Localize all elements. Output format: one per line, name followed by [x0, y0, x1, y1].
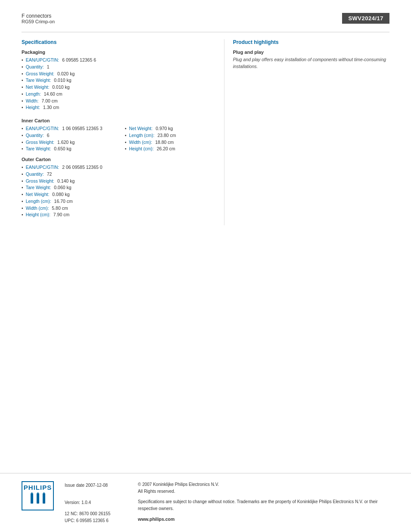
spec-value: 26.20 cm [157, 146, 175, 152]
spec-label: Length (cm): [129, 132, 155, 139]
spec-label: Quantity: [26, 171, 44, 178]
philips-logo-emblem [27, 491, 49, 508]
list-item: Net Weight: 0.080 kg [22, 191, 215, 198]
highlights-column: Product highlights Plug and play Plug an… [224, 39, 389, 225]
highlight-description: Plug and play offers easy installation o… [233, 56, 389, 70]
philips-shield-icon [27, 491, 49, 506]
nc-label: 12 NC: 8670 000 26155 [65, 510, 125, 517]
product-subtitle: RG59 Crimp-on [22, 19, 342, 24]
list-item: Length (cm): 23.80 cm [125, 132, 215, 139]
outer-carton-list: EAN/UPC/GTIN: 2 06 09585 12365 0 Quantit… [22, 164, 215, 218]
list-item: Height: 1.30 cm [22, 104, 215, 111]
inner-carton-section: Inner Carton EAN/UPC/GTIN: 1 06 09585 12… [22, 118, 215, 152]
spec-value: 72 [47, 171, 52, 178]
spec-label: Quantity: [26, 64, 44, 71]
list-item: EAN/UPC/GTIN: 2 06 09585 12365 0 [22, 164, 215, 171]
packaging-section: Packaging EAN/UPC/GTIN: 6 09585 12365 6 … [22, 50, 215, 111]
spec-value: 0.060 kg [54, 184, 71, 191]
spec-label: Length: [26, 91, 41, 98]
spec-value: 1.620 kg [57, 139, 75, 146]
spec-label: Net Weight: [129, 125, 153, 132]
highlight-title: Plug and play [233, 50, 389, 55]
spec-label: Gross Weight: [26, 71, 54, 78]
copyright-text: © 2007 Koninklijke Philips Electronics N… [138, 482, 219, 487]
product-name: F connectors [22, 13, 342, 19]
spec-label: Height (cm): [26, 212, 50, 218]
list-item: Length (cm): 16.70 cm [22, 198, 215, 205]
spec-value: 5.80 cm [52, 205, 68, 212]
spec-value: 1.30 cm [43, 104, 59, 111]
spec-label: Tare Weight: [26, 77, 51, 84]
list-item: Width (cm): 5.80 cm [22, 205, 215, 212]
spec-label: Length (cm): [26, 198, 51, 205]
outer-carton-section: Outer Carton EAN/UPC/GTIN: 2 06 09585 12… [22, 157, 215, 218]
list-item: Gross Weight: 0.140 kg [22, 178, 215, 185]
spec-label: Height (cm): [129, 146, 154, 152]
spec-label: Net Weight: [26, 84, 50, 91]
spec-label: Width: [26, 98, 39, 105]
spec-value: 1 [47, 64, 50, 71]
svg-rect-0 [31, 493, 33, 504]
spec-value: 6 [47, 132, 50, 139]
spec-value: 7.90 cm [53, 212, 69, 218]
philips-logo: PHILIPS [22, 481, 54, 510]
spec-value: 0.970 kg [156, 125, 173, 132]
spec-value: 1 06 09585 12365 3 [62, 125, 102, 132]
packaging-list: EAN/UPC/GTIN: 6 09585 12365 6 Quantity: … [22, 57, 215, 111]
list-item: Height (cm): 7.90 cm [22, 212, 215, 218]
list-item: EAN/UPC/GTIN: 6 09585 12365 6 [22, 57, 215, 64]
svg-rect-1 [37, 493, 39, 504]
philips-logo-text: PHILIPS [24, 484, 52, 491]
product-title-area: F connectors RG59 Crimp-on [22, 13, 342, 24]
svg-marker-4 [37, 492, 39, 493]
version-label: Version: 1.0.4 [65, 498, 125, 507]
spec-label: EAN/UPC/GTIN: [26, 57, 59, 64]
highlight-plug-and-play: Plug and play Plug and play offers easy … [233, 50, 389, 70]
spec-label: EAN/UPC/GTIN: [26, 125, 59, 132]
product-header: F connectors RG59 Crimp-on SWV2024/17 [22, 13, 389, 24]
issue-date-label: Issue date 2007-12-08 [65, 481, 125, 490]
spec-label: Gross Weight: [26, 178, 54, 185]
spec-value: 0.080 kg [52, 191, 69, 198]
inner-carton-right-list: Net Weight: 0.970 kg Length (cm): 23.80 … [125, 125, 215, 152]
svg-marker-5 [43, 492, 45, 493]
spec-value: 0.650 kg [54, 146, 71, 152]
spec-label: Width (cm): [129, 139, 153, 146]
spec-value: 0.010 kg [54, 77, 71, 84]
inner-carton-title: Inner Carton [22, 118, 112, 123]
spec-label: EAN/UPC/GTIN: [26, 164, 59, 171]
page-container: F connectors RG59 Crimp-on SWV2024/17 Sp… [0, 0, 411, 532]
main-content: Specifications Packaging EAN/UPC/GTIN: 6… [22, 39, 389, 225]
header-divider [22, 32, 389, 32]
list-item: Tare Weight: 0.650 kg [22, 146, 112, 152]
philips-logo-area: PHILIPS [22, 481, 56, 510]
list-item: Tare Weight: 0.010 kg [22, 77, 215, 84]
inner-carton-right: Net Weight: 0.970 kg Length (cm): 23.80 … [125, 118, 215, 152]
rights-text: All Rights reserved. [138, 489, 175, 494]
list-item: Gross Weight: 1.620 kg [22, 139, 112, 146]
model-badge: SWV2024/17 [342, 13, 389, 24]
spec-value: 7.00 cm [41, 98, 57, 105]
outer-carton-title: Outer Carton [22, 157, 215, 162]
footer: PHILIPS [0, 473, 411, 532]
list-item: Quantity: 6 [22, 132, 112, 139]
spec-value: 23.80 cm [157, 132, 176, 139]
spec-label: Net Weight: [26, 191, 50, 198]
svg-marker-3 [31, 492, 33, 493]
spec-label: Width (cm): [26, 205, 49, 212]
packaging-title: Packaging [22, 50, 215, 55]
spec-label: Gross Weight: [26, 139, 54, 146]
highlights-heading: Product highlights [233, 39, 389, 45]
spec-value: 6 09585 12365 6 [62, 57, 96, 64]
specifications-heading: Specifications [22, 39, 215, 45]
footer-codes: 12 NC: 8670 000 26155 UPC: 6 09585 12365… [65, 510, 125, 524]
footer-copyright: © 2007 Koninklijke Philips Electronics N… [138, 481, 389, 495]
inner-carton-list: EAN/UPC/GTIN: 1 06 09585 12365 3 Quantit… [22, 125, 112, 152]
list-item: Height (cm): 26.20 cm [125, 146, 215, 152]
upc-label: UPC: 6 09585 12365 6 [65, 517, 125, 524]
list-item: Net Weight: 0.010 kg [22, 84, 215, 91]
list-item: Quantity: 1 [22, 64, 215, 71]
spec-value: 2 06 09585 12365 0 [62, 164, 102, 171]
list-item: Length: 14.60 cm [22, 91, 215, 98]
list-item: Net Weight: 0.970 kg [125, 125, 215, 132]
